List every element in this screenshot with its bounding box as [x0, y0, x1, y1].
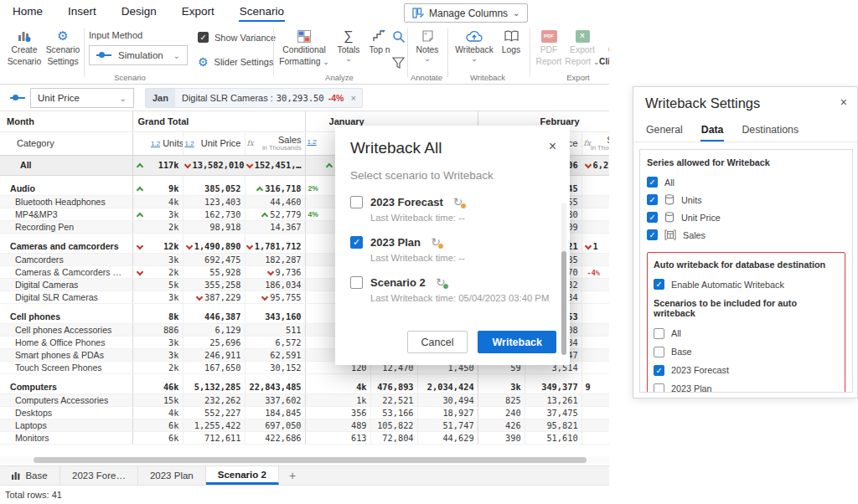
table-row[interactable]: Laptops6k1,255,422697,050489105,82251,74… — [0, 419, 609, 431]
export-report-button[interactable]: X Export Report ⌄ — [565, 28, 600, 67]
modal-scenario-row[interactable]: ✓2023 Plan↻ — [350, 235, 555, 249]
horizontal-scrollbar-thumb[interactable] — [34, 457, 587, 463]
sheet-tab-scenario-2[interactable]: Scenario 2 — [206, 466, 279, 485]
series-checkbox[interactable]: ✓ — [647, 212, 658, 223]
sales-header[interactable]: Sales — [262, 135, 302, 145]
unit-price-cell: 25,696 — [183, 336, 245, 348]
feb-sales-header[interactable]: Sales — [591, 135, 609, 145]
filter-icon[interactable] — [392, 57, 405, 69]
manage-columns-button[interactable]: Manage Columns ⌄ — [404, 3, 528, 23]
conditional-formatting-button[interactable]: Conditional Formatting ⌄ — [277, 28, 331, 67]
status-pending-badge — [437, 243, 444, 249]
scenario-checkbox[interactable] — [350, 196, 363, 208]
writeback-confirm-button[interactable]: Writeback — [478, 331, 556, 353]
unit-price-header[interactable]: Unit Price — [201, 138, 241, 148]
auto-scenario-row[interactable]: Base — [654, 342, 839, 361]
tab-design[interactable]: Design — [121, 3, 158, 22]
enable-auto-writeback-row[interactable]: ✓ Enable Automatic Writeback — [654, 275, 839, 293]
top-n-button[interactable]: Top n — [365, 28, 394, 55]
enable-auto-writeback-label: Enable Automatic Writeback — [671, 280, 784, 290]
feb-sales-cell — [581, 348, 609, 361]
panel-tab-general[interactable]: General — [645, 121, 684, 141]
month-header[interactable]: Month — [0, 111, 132, 131]
manage-columns-label: Manage Columns — [429, 8, 508, 19]
tab-scenario[interactable]: Scenario — [239, 3, 285, 22]
writeback-button[interactable]: Writeback ⌄ — [451, 28, 498, 60]
pdf-report-button[interactable]: PDF PDF Report — [533, 28, 565, 67]
scenario-checkbox[interactable]: ✓ — [350, 236, 363, 249]
units-cell: 15k — [149, 393, 183, 406]
modal-scenario-row[interactable]: Scenario 2↻ — [350, 275, 555, 289]
create-scenario-button[interactable]: Create Scenario — [5, 28, 44, 67]
sheet-tab-2023-fore-[interactable]: 2023 Fore… — [60, 466, 138, 485]
sales-cell: 337,602 — [245, 393, 305, 406]
series-row[interactable]: ✓Unit Price — [647, 208, 845, 226]
input-method-select[interactable]: Simulation ⌄ — [89, 45, 188, 65]
sales-cell: 316,718 — [245, 183, 305, 195]
table-row[interactable]: Monitors6k712,611422,68661372,80444,6293… — [0, 431, 609, 444]
simulation-chip[interactable]: Jan Digital SLR Cameras : 30,293.50 -4% … — [145, 88, 363, 108]
scenario-settings-button[interactable]: ⚙ Scenario Settings — [44, 28, 82, 67]
close-icon[interactable]: × — [349, 93, 361, 103]
add-sheet-button[interactable]: + — [279, 466, 306, 485]
series-checkbox[interactable]: ✓ — [647, 229, 658, 240]
modal-scenario-row[interactable]: 2023 Forecast↻ — [350, 195, 555, 208]
horizontal-scrollbar[interactable] — [0, 456, 609, 464]
auto-scenario-checkbox[interactable] — [654, 328, 664, 339]
auto-scenario-checkbox[interactable]: ✓ — [654, 365, 664, 376]
measure-select[interactable]: Unit Price ⌄ — [30, 88, 134, 108]
category-header[interactable]: Category — [0, 131, 132, 155]
series-row[interactable]: ✓Units — [647, 191, 845, 208]
sheet-tab-2023-plan[interactable]: 2023 Plan — [138, 466, 206, 485]
cancel-button[interactable]: Cancel — [407, 331, 468, 353]
auto-scenario-row[interactable]: ✓2023 Forecast — [654, 361, 839, 379]
feb-sales-cell — [581, 183, 609, 195]
panel-tab-data[interactable]: Data — [700, 121, 725, 141]
panel-body: Series allowed for Writeback ✓All✓Units✓… — [639, 149, 853, 393]
jan-unit-price-cell: 22,521 — [370, 393, 417, 406]
series-checkbox[interactable]: ✓ — [647, 194, 658, 205]
row-trend — [132, 195, 149, 208]
scenario-checkbox[interactable] — [350, 276, 363, 289]
auto-scenario-checkbox[interactable] — [654, 383, 664, 393]
notes-button[interactable]: + Notes ⌄ — [411, 28, 444, 60]
table-row[interactable]: Computers Accessories15k232,262337,6021k… — [0, 393, 609, 406]
series-row[interactable]: ✓All — [647, 173, 845, 191]
database-icon — [664, 194, 675, 205]
sort-indicator[interactable]: 1.2 — [185, 140, 194, 147]
slider-settings-button[interactable]: ⚙ Slider Settings — [198, 55, 274, 69]
unit-price-cell: 13,582,010 — [183, 155, 245, 175]
logs-book-icon — [504, 28, 519, 44]
auto-scenario-row[interactable]: 2023 Plan — [654, 379, 839, 393]
units-header[interactable]: Units — [163, 138, 183, 148]
series-row[interactable]: ✓Sales — [647, 226, 845, 244]
sort-indicator[interactable]: 1.2 — [308, 138, 317, 146]
logs-button[interactable]: Logs — [498, 28, 525, 55]
auto-scenario-checkbox[interactable] — [654, 347, 664, 357]
sort-indicator[interactable]: 1.2 — [151, 140, 160, 147]
close-icon[interactable]: × — [840, 95, 847, 109]
tab-home[interactable]: Home — [12, 3, 44, 22]
units-cell: 2k — [149, 361, 183, 373]
copy-clipboard-label-2: Clipboard — [599, 57, 609, 67]
panel-tab-destinations[interactable]: Destinations — [741, 121, 799, 141]
modal-scrollbar-thumb[interactable] — [561, 251, 566, 355]
grand-total-header[interactable]: Grand Total — [132, 111, 305, 131]
totals-button[interactable]: ∑ Totals ⌄ — [333, 28, 364, 60]
tab-insert[interactable]: Insert — [67, 3, 97, 22]
search-icon[interactable] — [392, 30, 406, 44]
copy-clipboard-button[interactable]: Copy Clipboard — [600, 28, 609, 67]
show-variance-checkbox[interactable]: ✓ — [198, 32, 209, 43]
table-row[interactable]: Desktops4k552,227184,84535653,16618,9272… — [0, 406, 609, 419]
sheet-tab-base[interactable]: Base — [0, 466, 60, 485]
table-row[interactable]: Computers46k5,132,28522,843,4854k476,893… — [0, 381, 609, 393]
tab-export[interactable]: Export — [181, 3, 215, 22]
show-variance-toggle[interactable]: ✓ Show Variance — [198, 32, 276, 43]
series-checkbox[interactable]: ✓ — [647, 177, 658, 188]
chip-month: Jan — [146, 89, 175, 107]
close-icon[interactable]: × — [549, 139, 556, 154]
auto-scenario-row[interactable]: All — [654, 324, 839, 342]
feb-units-cell: 3k — [478, 381, 525, 393]
enable-auto-writeback-checkbox[interactable]: ✓ — [654, 279, 664, 290]
refresh-status-icon: ↻ — [433, 275, 448, 289]
